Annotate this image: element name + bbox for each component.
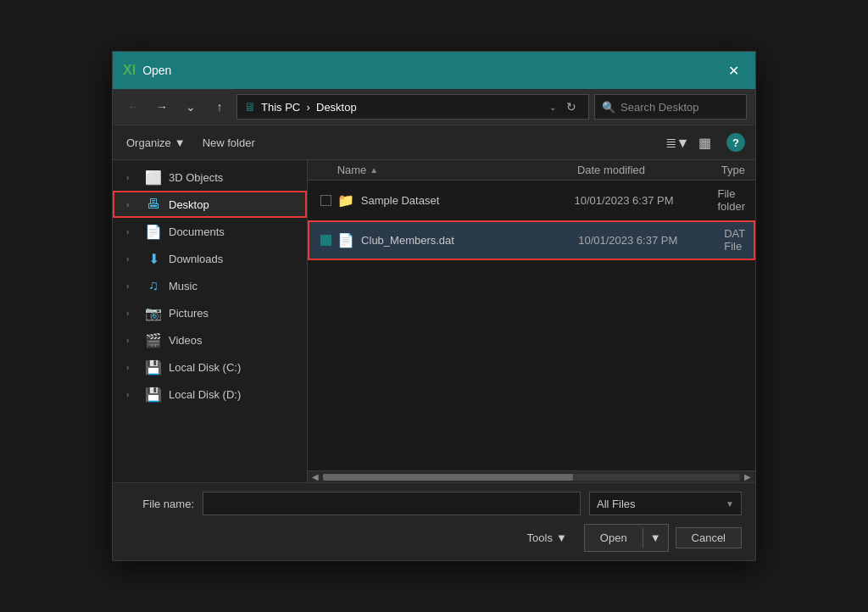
- main-content: › ⬜ 3D Objects › 🖶 Desktop › 📄 Documents…: [113, 160, 755, 482]
- documents-icon: 📄: [145, 223, 162, 240]
- up-button[interactable]: ↑: [208, 95, 231, 119]
- type-col-label: Type: [721, 164, 745, 176]
- name-col-label: Name: [337, 164, 367, 176]
- file-checkbox-sample-dataset[interactable]: [318, 195, 334, 206]
- sidebar-item-pictures[interactable]: › 📷 Pictures: [113, 299, 307, 326]
- cancel-button[interactable]: Cancel: [676, 527, 742, 548]
- organize-label: Organize: [126, 136, 171, 149]
- file-name-club-members: Club_Members.dat: [361, 234, 578, 247]
- list-view-button[interactable]: ≣▼: [665, 131, 689, 154]
- sidebar-item-local-d[interactable]: › 💾 Local Disk (D:): [113, 381, 307, 408]
- desktop-icon: 🖶: [145, 196, 162, 213]
- sidebar-label-local-d: Local Disk (D:): [169, 388, 300, 401]
- chevron-icon: ›: [126, 200, 138, 209]
- chevron-icon: ›: [126, 336, 138, 345]
- refresh-icon[interactable]: ↻: [561, 100, 581, 114]
- sidebar-item-3d-objects[interactable]: › ⬜ 3D Objects: [113, 164, 307, 191]
- sidebar-label-documents: Documents: [169, 225, 300, 238]
- open-dropdown-button[interactable]: ▼: [643, 528, 668, 548]
- address-bar[interactable]: 🖥 This PC › Desktop ⌄ ↻: [236, 94, 589, 120]
- address-dropdown-icon[interactable]: ⌄: [549, 103, 556, 112]
- chevron-icon: ›: [126, 254, 138, 264]
- action-row: Tools ▼ Open ▼ Cancel: [126, 524, 742, 552]
- new-folder-label: New folder: [203, 136, 255, 149]
- help-button[interactable]: ?: [726, 133, 745, 152]
- forward-button[interactable]: →: [150, 95, 174, 119]
- pictures-icon: 📷: [145, 304, 162, 321]
- chevron-icon: ›: [126, 281, 138, 291]
- file-item-sample-dataset[interactable]: 📁 Sample Dataset 10/01/2023 6:37 PM File…: [308, 181, 755, 220]
- open-button-group: Open ▼: [584, 524, 669, 552]
- dialog-title: Open: [142, 64, 715, 77]
- sidebar-item-desktop[interactable]: › 🖶 Desktop: [113, 191, 307, 218]
- search-bar[interactable]: 🔍 Search Desktop: [594, 94, 747, 120]
- file-date-club-members: 10/01/2023 6:37 PM: [578, 234, 724, 247]
- title-bar: XI Open ✕: [113, 52, 755, 89]
- file-checkbox-club-members[interactable]: [318, 235, 334, 246]
- dat-file-icon: 📄: [337, 231, 354, 248]
- date-col-label: Date modified: [577, 164, 645, 176]
- chevron-icon: ›: [126, 363, 138, 372]
- scrollbar-track[interactable]: [323, 474, 740, 481]
- sidebar-label-music: Music: [169, 280, 300, 292]
- sidebar-item-downloads[interactable]: › ⬇ Downloads: [113, 245, 307, 272]
- close-button[interactable]: ✕: [721, 58, 745, 82]
- new-folder-button[interactable]: New folder: [199, 135, 259, 151]
- 3d-objects-icon: ⬜: [145, 169, 162, 186]
- file-list-header: Name ▲ Date modified Type: [308, 160, 755, 181]
- sidebar-item-videos[interactable]: › 🎬 Videos: [113, 326, 307, 353]
- videos-icon: 🎬: [145, 331, 162, 348]
- filetype-dropdown-arrow: ▼: [726, 499, 734, 509]
- sidebar-label-downloads: Downloads: [169, 253, 300, 265]
- sidebar-item-music[interactable]: › ♫ Music: [113, 272, 307, 299]
- name-column-header[interactable]: Name ▲: [337, 164, 577, 176]
- disk-d-icon: 💾: [145, 386, 162, 403]
- sidebar-item-documents[interactable]: › 📄 Documents: [113, 218, 307, 245]
- scroll-right-button[interactable]: ▶: [742, 472, 754, 481]
- chevron-icon: ›: [126, 227, 138, 236]
- search-placeholder: Search Desktop: [620, 101, 699, 114]
- disk-c-icon: 💾: [145, 359, 162, 376]
- filetype-label: All Files: [597, 498, 636, 510]
- downloads-icon: ⬇: [145, 250, 162, 267]
- open-button[interactable]: Open: [585, 528, 643, 548]
- sidebar-label-3d-objects: 3D Objects: [169, 171, 300, 184]
- filename-input[interactable]: [203, 492, 581, 515]
- view-icons: ≣▼ ▦: [665, 131, 716, 154]
- sidebar-label-desktop: Desktop: [169, 198, 300, 211]
- checkbox-unchecked: [320, 195, 331, 206]
- tools-label: Tools: [527, 531, 553, 544]
- filename-label: File name:: [126, 498, 194, 510]
- checkbox-checked: [320, 235, 331, 246]
- organize-button[interactable]: Organize ▼: [123, 135, 189, 151]
- bottom-bar: File name: All Files ▼ Tools ▼ Open ▼ Ca…: [113, 482, 755, 560]
- folder-icon: 📁: [337, 192, 354, 209]
- dropdown-button[interactable]: ⌄: [179, 95, 203, 119]
- chevron-icon: ›: [126, 173, 138, 182]
- navigation-bar: ← → ⌄ ↑ 🖥 This PC › Desktop ⌄ ↻ 🔍 Search…: [113, 89, 755, 125]
- chevron-icon: ›: [126, 309, 138, 318]
- tools-button[interactable]: Tools ▼: [527, 531, 567, 544]
- type-column-header[interactable]: Type: [721, 164, 745, 176]
- scrollbar-thumb[interactable]: [323, 474, 573, 481]
- grid-view-button[interactable]: ▦: [693, 131, 716, 154]
- address-path: This PC › Desktop: [261, 101, 544, 114]
- file-item-club-members[interactable]: 📄 Club_Members.dat 10/01/2023 6:37 PM DA…: [308, 220, 755, 260]
- chevron-icon: ›: [126, 390, 138, 399]
- file-items: 📁 Sample Dataset 10/01/2023 6:37 PM File…: [308, 181, 755, 470]
- excel-icon: XI: [123, 63, 136, 78]
- file-date-sample-dataset: 10/01/2023 6:37 PM: [574, 194, 717, 207]
- sidebar-item-local-c[interactable]: › 💾 Local Disk (C:): [113, 353, 307, 381]
- filename-row: File name: All Files ▼: [126, 492, 742, 515]
- organize-dropdown-icon: ▼: [175, 136, 186, 149]
- file-type-club-members: DAT File: [724, 227, 745, 253]
- filetype-dropdown[interactable]: All Files ▼: [589, 492, 742, 515]
- back-button[interactable]: ←: [121, 95, 145, 119]
- sidebar-label-pictures: Pictures: [169, 307, 300, 320]
- scroll-left-button[interactable]: ◀: [309, 472, 321, 481]
- horizontal-scrollbar[interactable]: ◀ ▶: [308, 470, 755, 482]
- file-type-sample-dataset: File folder: [717, 187, 745, 213]
- file-list: Name ▲ Date modified Type 📁: [308, 160, 755, 482]
- toolbar: Organize ▼ New folder ≣▼ ▦ ?: [113, 125, 755, 160]
- date-column-header[interactable]: Date modified: [577, 164, 721, 176]
